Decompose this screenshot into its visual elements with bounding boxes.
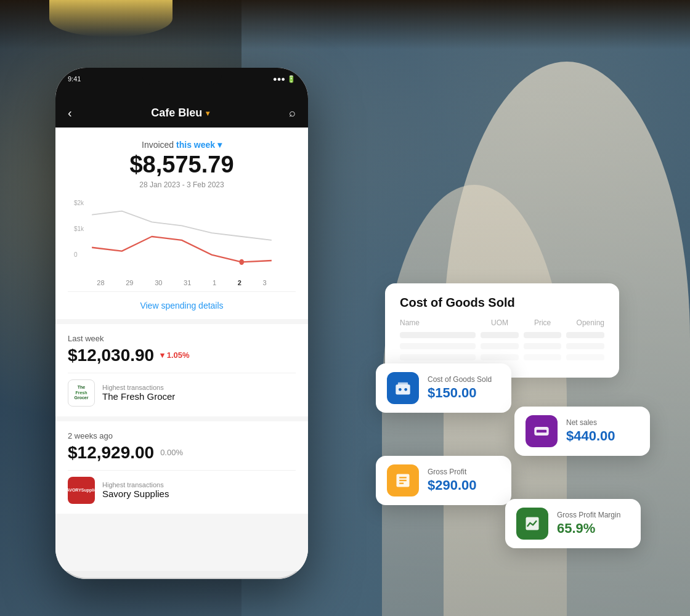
- cogs-placeholder-1d: [566, 332, 604, 338]
- chart-x-1: 1: [213, 279, 216, 286]
- light-fixture: [49, 0, 172, 37]
- last-week-section: Last week $12,030.90 ▾ 1.05% The Fresh G…: [55, 324, 308, 416]
- title-dropdown-icon[interactable]: ▾: [206, 109, 209, 118]
- gross-profit-metric-value: $290.00: [428, 477, 477, 493]
- net-sales-metric-info: Net sales $440.00: [566, 418, 615, 444]
- last-week-transaction-label: Highest transactions: [102, 384, 296, 391]
- svg-rect-1: [396, 384, 410, 394]
- divider-1: [68, 373, 296, 373]
- last-week-vendor-name: The Fresh Grocer: [102, 391, 296, 402]
- app-header: ‹ Cafe Bleu ▾ ⌕: [55, 99, 308, 128]
- invoice-amount: $8,575.79: [68, 152, 296, 178]
- col-name-header: Name: [400, 318, 476, 327]
- two-weeks-period: 2 weeks ago: [68, 431, 296, 440]
- svg-point-0: [239, 259, 244, 264]
- gross-profit-metric-label: Gross Profit: [428, 468, 477, 476]
- cogs-placeholder-2c: [524, 343, 562, 349]
- invoice-date: 28 Jan 2023 - 3 Feb 2023: [68, 180, 296, 189]
- fresh-grocer-logo: The Fresh Grocer: [68, 379, 95, 407]
- phone-frame: 9:41 ●●● 🔋 ‹ Cafe Bleu ▾ ⌕ Invoiced this…: [55, 68, 308, 579]
- svg-rect-2: [398, 383, 408, 386]
- gross-profit-metric-card: Gross Profit $290.00: [376, 456, 511, 505]
- view-spending-link[interactable]: View spending details: [68, 291, 296, 319]
- app-title: Cafe Bleu ▾: [151, 107, 209, 120]
- net-sales-metric-card: Net sales $440.00: [514, 407, 650, 456]
- col-opening-header: Opening: [566, 318, 604, 327]
- savory-logo: SAVORY Supplies: [68, 477, 95, 504]
- svg-rect-6: [537, 430, 546, 433]
- last-week-amount: $12,030.90: [68, 346, 154, 365]
- last-week-period: Last week: [68, 334, 296, 343]
- cogs-placeholder-1c: [524, 332, 562, 338]
- gross-margin-metric-icon: [516, 508, 548, 540]
- chart-x-labels: 28 29 30 31 1 2 3: [68, 277, 296, 286]
- invoice-period-arrow[interactable]: ▾: [217, 140, 222, 150]
- cogs-metric-info: Cost of Goods Sold $150.00: [428, 375, 492, 401]
- cogs-card-title: Cost of Goods Sold: [400, 296, 604, 310]
- phone-notch: [142, 68, 222, 85]
- cogs-placeholder-2a: [400, 343, 476, 349]
- chart-x-3: 3: [263, 279, 267, 286]
- cogs-metric-icon: [387, 372, 419, 404]
- cogs-placeholder-3a: [400, 354, 476, 360]
- invoice-period[interactable]: this week: [176, 140, 215, 150]
- chart-x-29: 29: [126, 279, 133, 286]
- two-weeks-vendor-name: Savory Supplies: [102, 488, 296, 499]
- chart-x-30: 30: [155, 279, 162, 286]
- gross-margin-metric-value: 65.9%: [557, 521, 620, 537]
- two-weeks-transaction-label: Highest transactions: [102, 481, 296, 488]
- invoice-card: Invoiced this week ▾ $8,575.79 28 Jan 20…: [55, 128, 308, 319]
- two-weeks-amount-row: $12,929.00 0.00%: [68, 443, 296, 463]
- cogs-row-3: [400, 354, 604, 360]
- divider-2: [68, 470, 296, 471]
- cogs-row-2: [400, 343, 604, 349]
- gross-profit-metric-icon: [387, 464, 419, 496]
- col-uom-header: UOM: [481, 318, 519, 327]
- last-week-amount-row: $12,030.90 ▾ 1.05%: [68, 346, 296, 365]
- last-week-change: ▾ 1.05%: [160, 351, 189, 360]
- gross-margin-metric-info: Gross Profit Margin 65.9%: [557, 511, 620, 537]
- cogs-placeholder-3c: [524, 354, 562, 360]
- net-sales-metric-value: $440.00: [566, 428, 615, 444]
- cogs-row-1: [400, 332, 604, 338]
- gross-margin-metric-card: Gross Profit Margin 65.9%: [505, 499, 641, 548]
- chart-x-28: 28: [97, 279, 104, 286]
- cogs-placeholder-1b: [481, 332, 519, 338]
- chart-area: $2k $1k 0: [68, 197, 296, 277]
- chart-y-label-0: 0: [74, 251, 84, 258]
- signal-display: ●●● 🔋: [273, 75, 296, 83]
- time-display: 9:41: [68, 75, 81, 83]
- net-sales-metric-icon: [526, 415, 558, 447]
- chart-y-labels: $2k $1k 0: [74, 200, 84, 258]
- col-price-header: Price: [524, 318, 562, 327]
- last-week-transaction-info: Highest transactions The Fresh Grocer: [102, 384, 296, 402]
- cogs-table-header: Name UOM Price Opening: [400, 318, 604, 327]
- back-button[interactable]: ‹: [68, 106, 72, 120]
- search-button[interactable]: ⌕: [289, 107, 296, 120]
- phone-content: Invoiced this week ▾ $8,575.79 28 Jan 20…: [55, 128, 308, 571]
- chart-svg: [74, 197, 290, 277]
- cogs-placeholder-2b: [481, 343, 519, 349]
- chart-x-2: 2: [238, 279, 242, 286]
- app-title-text: Cafe Bleu: [151, 107, 202, 120]
- svg-point-4: [404, 388, 407, 391]
- gross-margin-metric-label: Gross Profit Margin: [557, 511, 620, 519]
- two-weeks-transaction-info: Highest transactions Savory Supplies: [102, 481, 296, 499]
- chart-y-label-1k: $1k: [74, 225, 84, 232]
- chart-x-31: 31: [184, 279, 191, 286]
- two-weeks-transaction: SAVORY Supplies Highest transactions Sav…: [68, 477, 296, 504]
- phone-top-bar: 9:41 ●●● 🔋: [55, 68, 308, 99]
- chart-y-label-2k: $2k: [74, 200, 84, 206]
- last-week-transaction: The Fresh Grocer Highest transactions Th…: [68, 379, 296, 407]
- cogs-placeholder-3b: [481, 354, 519, 360]
- cogs-placeholder-2d: [566, 343, 604, 349]
- cogs-placeholder-1a: [400, 332, 476, 338]
- invoice-label: Invoiced this week ▾: [68, 140, 296, 150]
- cogs-placeholder-3d: [566, 354, 604, 360]
- svg-point-3: [399, 388, 402, 391]
- gross-profit-metric-info: Gross Profit $290.00: [428, 468, 477, 493]
- cogs-metric-card: Cost of Goods Sold $150.00: [376, 363, 511, 413]
- cogs-metric-value: $150.00: [428, 385, 492, 401]
- cogs-metric-label: Cost of Goods Sold: [428, 375, 492, 384]
- two-weeks-section: 2 weeks ago $12,929.00 0.00% SAVORY Supp…: [55, 421, 308, 514]
